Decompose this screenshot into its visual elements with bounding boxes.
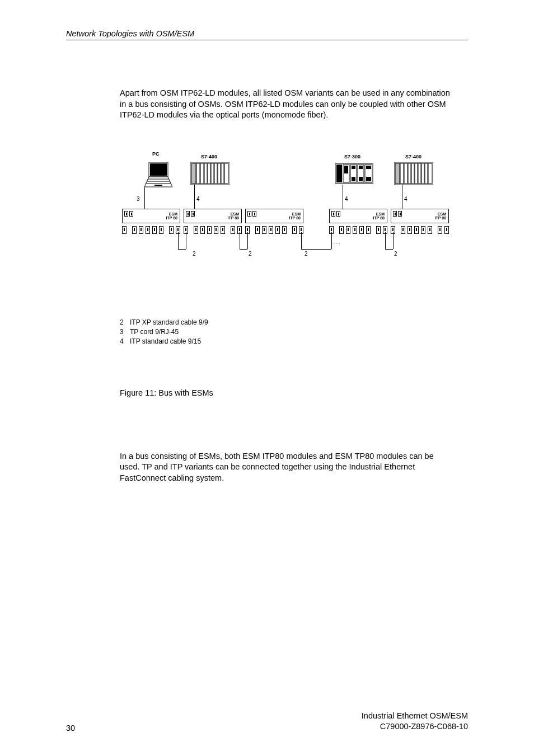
vlabel-3: 3 bbox=[137, 196, 140, 202]
svg-rect-19 bbox=[336, 165, 342, 182]
esm-box-1: ESMITP 80 bbox=[122, 209, 180, 223]
esm-label: ESM bbox=[169, 212, 177, 216]
svg-rect-15 bbox=[218, 163, 221, 184]
svg-rect-8 bbox=[191, 163, 196, 184]
cable-seg bbox=[240, 232, 240, 249]
header-title: Network Topologies with OSM/ESM bbox=[66, 29, 194, 38]
svg-rect-38 bbox=[418, 163, 421, 184]
esm-box-5: ESMITP 80 bbox=[391, 209, 449, 223]
cable-seg bbox=[393, 232, 394, 249]
cable-label-2-4: 2 bbox=[394, 251, 397, 257]
vlabel-4-2: 4 bbox=[345, 196, 348, 202]
esm-label: ESM bbox=[438, 212, 446, 216]
label-s7300: S7-300 bbox=[344, 154, 360, 159]
cable-seg bbox=[186, 232, 186, 249]
cable-seg bbox=[240, 249, 247, 250]
esm-ports-2 bbox=[184, 224, 242, 236]
svg-rect-11 bbox=[204, 163, 207, 184]
footer-line-2: C79000-Z8976-C068-10 bbox=[362, 721, 468, 732]
s7400-icon-2 bbox=[394, 162, 433, 185]
legend-num: 3 bbox=[120, 327, 130, 337]
svg-rect-9 bbox=[196, 163, 200, 184]
vline-pc bbox=[144, 187, 145, 209]
cable-seg bbox=[385, 249, 393, 250]
cable-seg bbox=[178, 232, 179, 249]
legend-row: 3 TP cord 9/RJ-45 bbox=[120, 327, 455, 337]
esm-label: ESM bbox=[376, 212, 385, 216]
vline-s7400-2 bbox=[402, 185, 402, 209]
svg-rect-34 bbox=[404, 163, 407, 184]
vline-s7300 bbox=[343, 185, 343, 209]
svg-rect-14 bbox=[214, 163, 217, 184]
esm-sublabel: ITP 80 bbox=[166, 216, 178, 220]
label-pc: PC bbox=[152, 151, 160, 157]
esm-sublabel: ITP 80 bbox=[373, 216, 385, 220]
legend-text: ITP standard cable 9/15 bbox=[130, 337, 201, 346]
legend-num: 4 bbox=[120, 337, 130, 346]
svg-rect-13 bbox=[211, 163, 214, 184]
cable-seg bbox=[301, 249, 331, 250]
cable-label-2-2: 2 bbox=[249, 251, 252, 257]
legend-row: 4 ITP standard cable 9/15 bbox=[120, 337, 455, 346]
cable-seg bbox=[385, 232, 386, 249]
svg-rect-35 bbox=[408, 163, 411, 184]
cable-seg bbox=[178, 249, 186, 250]
vlabel-4-1: 4 bbox=[196, 196, 200, 202]
svg-rect-6 bbox=[154, 185, 162, 186]
svg-rect-39 bbox=[421, 163, 424, 184]
esm-sublabel: ITP 80 bbox=[289, 216, 301, 220]
esm-box-3: ESMITP 80 bbox=[245, 209, 303, 223]
svg-rect-33 bbox=[400, 163, 404, 184]
esm-ports-5 bbox=[391, 224, 449, 236]
svg-rect-24 bbox=[352, 177, 355, 181]
esm-sublabel: ITP 80 bbox=[435, 216, 447, 220]
svg-rect-1 bbox=[150, 163, 167, 176]
footer-line-1: Industrial Ethernet OSM/ESM bbox=[362, 711, 468, 722]
cable-seg bbox=[331, 232, 332, 249]
legend-text: ITP XP standard cable 9/9 bbox=[130, 318, 208, 327]
svg-rect-41 bbox=[428, 163, 432, 184]
svg-rect-30 bbox=[366, 177, 371, 181]
cable-label-2-1: 2 bbox=[193, 251, 196, 257]
esm-box-4: ESMITP 80 bbox=[329, 209, 387, 223]
svg-rect-17 bbox=[224, 163, 228, 184]
ellipsis-dots: ..... bbox=[332, 241, 341, 245]
legend: 2 ITP XP standard cable 9/9 3 TP cord 9/… bbox=[120, 318, 455, 347]
figure-caption: Figure 11: Bus with ESMs bbox=[120, 388, 455, 397]
svg-rect-40 bbox=[425, 163, 428, 184]
s7400-icon-1 bbox=[190, 162, 229, 185]
label-s7400-2: S7-400 bbox=[405, 154, 421, 159]
svg-rect-10 bbox=[200, 163, 204, 184]
figure-diagram: PC S7-400 S7-300 S7-400 bbox=[120, 151, 436, 302]
cable-seg bbox=[247, 232, 248, 249]
legend-text: TP cord 9/RJ-45 bbox=[130, 327, 179, 337]
page-number: 30 bbox=[66, 724, 75, 732]
cable-seg bbox=[301, 232, 302, 249]
esm-ports-1 bbox=[122, 224, 180, 236]
vline-s7400-1 bbox=[194, 185, 195, 209]
svg-rect-23 bbox=[352, 166, 355, 169]
svg-rect-36 bbox=[411, 163, 414, 184]
s7300-icon bbox=[335, 162, 373, 185]
label-s7400-1: S7-400 bbox=[201, 154, 217, 159]
svg-rect-26 bbox=[359, 166, 363, 169]
svg-rect-16 bbox=[221, 163, 224, 184]
esm-label: ESM bbox=[292, 212, 301, 216]
paragraph-2: In a bus consisting of ESMs, both ESM IT… bbox=[120, 451, 455, 484]
page-footer: 30 Industrial Ethernet OSM/ESM C79000-Z8… bbox=[66, 711, 468, 732]
esm-label: ESM bbox=[231, 212, 239, 216]
legend-row: 2 ITP XP standard cable 9/9 bbox=[120, 318, 455, 327]
svg-rect-12 bbox=[208, 163, 210, 184]
svg-rect-27 bbox=[359, 177, 363, 181]
esm-ports-3 bbox=[245, 224, 303, 236]
svg-rect-29 bbox=[366, 166, 371, 169]
vlabel-4-3: 4 bbox=[404, 196, 407, 202]
cable-label-2-3: 2 bbox=[305, 251, 308, 257]
svg-rect-21 bbox=[344, 166, 348, 173]
svg-rect-32 bbox=[395, 163, 400, 184]
esm-ports-4 bbox=[329, 224, 387, 236]
esm-sublabel: ITP 80 bbox=[228, 216, 240, 220]
svg-rect-37 bbox=[415, 163, 418, 184]
legend-num: 2 bbox=[120, 318, 130, 327]
page-header: Network Topologies with OSM/ESM bbox=[66, 29, 468, 40]
